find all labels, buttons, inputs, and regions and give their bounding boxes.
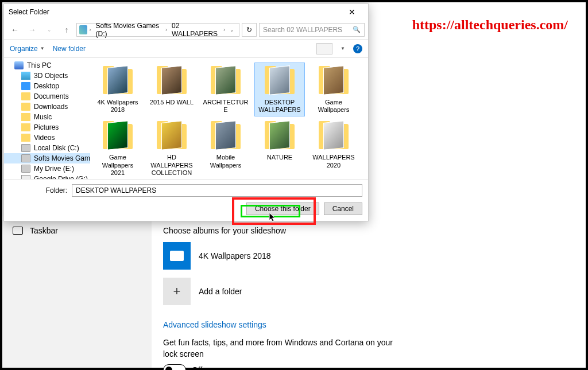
tree-item[interactable]: Desktop <box>4 81 90 91</box>
vid-icon <box>21 134 30 142</box>
folder-label: Mobile Wallpapers <box>202 154 249 169</box>
tree-item-label: Softs Movies Games (D:) <box>34 154 90 162</box>
search-icon: 🔍 <box>353 26 361 33</box>
folder-icon <box>99 120 136 151</box>
tree-item[interactable]: Local Disk (C:) <box>4 143 90 153</box>
folder-name-input[interactable] <box>72 184 362 197</box>
tree-item-label: Documents <box>34 92 69 100</box>
sidebar-item-taskbar[interactable]: Taskbar <box>2 220 152 241</box>
choose-albums-heading: Choose albums for your slideshow <box>163 226 574 235</box>
tree-item-label: Downloads <box>34 103 68 111</box>
back-button[interactable]: ← <box>7 22 22 37</box>
cube-icon <box>21 72 30 80</box>
folder-icon <box>261 120 298 151</box>
chevron-right-icon: › <box>165 27 167 33</box>
folder-label: Game Wallpapers <box>310 99 357 114</box>
search-placeholder: Search 02 WALLPAPERS <box>263 26 342 34</box>
help-button[interactable]: ? <box>353 44 362 53</box>
folder-icon <box>261 65 298 96</box>
folder-item[interactable]: 2015 HD WALL <box>146 63 197 116</box>
new-folder-button[interactable]: New folder <box>53 45 86 53</box>
folder-icon <box>21 92 30 100</box>
folder-label: Game Wallpapers 2021 <box>94 154 141 177</box>
disk-icon <box>21 154 30 162</box>
address-dropdown[interactable]: ⌄ <box>227 27 237 33</box>
fun-facts-toggle[interactable] <box>163 364 186 370</box>
disk-icon <box>21 144 30 152</box>
tree-item[interactable]: Softs Movies Games (D:) <box>4 153 90 163</box>
view-options-button[interactable] <box>316 43 332 54</box>
watermark-url: https://alltechqueries.com/ <box>412 17 568 33</box>
tree-item-label: Google Drive (G:) <box>34 175 88 179</box>
tree-item-label: My Drive (E:) <box>34 165 74 173</box>
album-item[interactable]: 4K Wallpapers 2018 <box>163 242 574 270</box>
folder-icon <box>207 120 244 151</box>
tree-item[interactable]: Downloads <box>4 102 90 112</box>
folder-label: DESKTOP WALLPAPERS <box>256 99 303 114</box>
sidebar-item-label: Taskbar <box>30 226 58 235</box>
tree-item-label: Videos <box>34 134 55 142</box>
organize-menu[interactable]: Organize ▼ <box>10 45 45 53</box>
drive-icon <box>79 25 87 34</box>
drive-icon <box>21 175 30 179</box>
folder-label: 4K Wallpapers 2018 <box>94 99 141 114</box>
folder-item[interactable]: Game Wallpapers <box>308 63 359 116</box>
chevron-down-icon: ▼ <box>40 46 45 51</box>
search-input[interactable]: Search 02 WALLPAPERS 🔍 <box>259 23 365 37</box>
folder-item[interactable]: WALLPAPERS 2020 <box>308 118 359 179</box>
tree-item[interactable]: This PC <box>4 60 90 71</box>
folder-label: 2015 HD WALL <box>148 99 195 106</box>
add-folder-button[interactable]: + Add a folder <box>163 278 574 305</box>
music-icon <box>21 113 30 121</box>
tree-item-label: 3D Objects <box>34 72 68 80</box>
up-button[interactable]: ↑ <box>59 22 74 37</box>
forward-button: → <box>25 22 40 37</box>
folder-item[interactable]: DESKTOP WALLPAPERS <box>254 63 305 116</box>
folder-grid: 4K Wallpapers 20182015 HD WALLARCHITECTU… <box>92 63 366 179</box>
breadcrumb-seg1[interactable]: Softs Movies Games (D:) <box>94 22 164 38</box>
folder-item[interactable]: NATURE <box>254 118 305 179</box>
tree-item[interactable]: Documents <box>4 91 90 102</box>
folder-item[interactable]: Game Wallpapers 2021 <box>92 118 143 179</box>
close-button[interactable]: ✕ <box>341 7 363 17</box>
folder-item[interactable]: HD WALLPAPERS COLLECTION <box>146 118 197 179</box>
chevron-right-icon: › <box>90 27 91 33</box>
tree-item[interactable]: Pictures <box>4 122 90 133</box>
folder-item[interactable]: Mobile Wallpapers <box>200 118 251 179</box>
folder-icon <box>153 65 190 96</box>
advanced-slideshow-link[interactable]: Advanced slideshow settings <box>163 320 574 329</box>
tree-item-label: Music <box>34 113 52 121</box>
folder-label: WALLPAPERS 2020 <box>310 154 357 169</box>
address-bar[interactable]: › Softs Movies Games (D:) › 02 WALLPAPER… <box>76 23 239 37</box>
tree-item-label: Local Disk (C:) <box>34 144 79 152</box>
lock-screen-tip-text: Get fun facts, tips, and more from Windo… <box>163 337 404 360</box>
tree-item[interactable]: Videos <box>4 133 90 143</box>
cancel-button[interactable]: Cancel <box>324 202 362 215</box>
album-label: 4K Wallpapers 2018 <box>199 251 271 260</box>
folder-label: NATURE <box>256 154 303 161</box>
folder-item[interactable]: 4K Wallpapers 2018 <box>92 63 143 116</box>
choose-this-folder-button[interactable]: Choose this folder <box>246 202 319 215</box>
chevron-down-icon[interactable]: ▼ <box>341 46 345 51</box>
tree-item[interactable]: My Drive (E:) <box>4 163 90 174</box>
toggle-state-label: Off <box>192 365 202 370</box>
tree-item[interactable]: Google Drive (G:) <box>4 174 90 179</box>
folder-field-label: Folder: <box>10 186 67 194</box>
tree-item[interactable]: 3D Objects <box>4 71 90 81</box>
folder-item[interactable]: ARCHITECTURE <box>200 63 251 116</box>
breadcrumb-seg2[interactable]: 02 WALLPAPERS <box>169 22 221 38</box>
plus-icon: + <box>163 278 191 305</box>
desk-icon <box>21 82 30 90</box>
pc-icon <box>14 61 24 69</box>
chevron-right-icon: › <box>223 27 225 33</box>
dialog-title: Select Folder <box>9 8 341 16</box>
tree-item-label: Desktop <box>34 82 59 90</box>
nav-tree: This PC3D ObjectsDesktopDocumentsDownloa… <box>4 58 90 179</box>
add-folder-label: Add a folder <box>199 287 242 296</box>
album-tile-icon <box>163 242 191 270</box>
tree-item[interactable]: Music <box>4 112 90 122</box>
refresh-button[interactable]: ↻ <box>242 23 257 37</box>
disk-icon <box>21 165 30 173</box>
recent-dropdown[interactable]: ⌄ <box>42 22 57 37</box>
select-folder-dialog: Select Folder ✕ ← → ⌄ ↑ › Softs Movies G… <box>3 3 369 221</box>
